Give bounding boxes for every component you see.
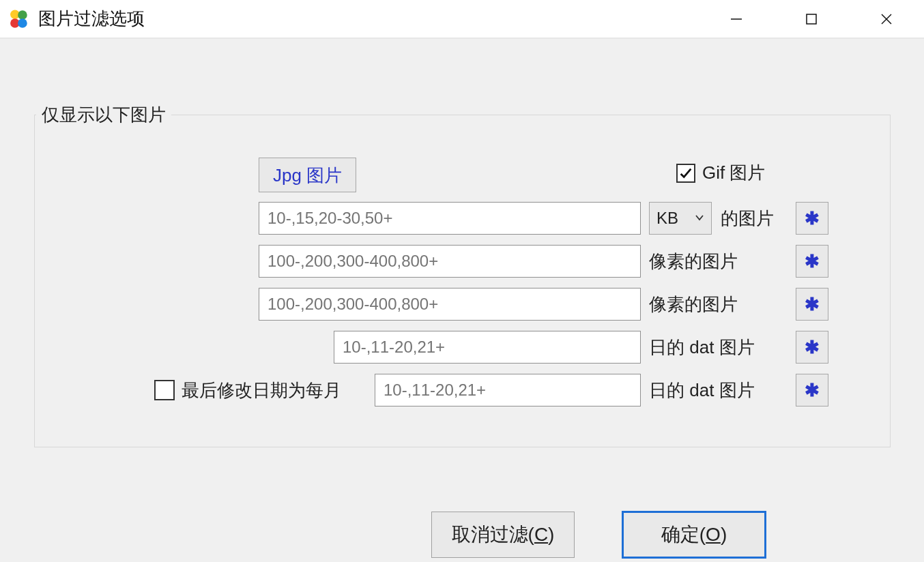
window-controls: [699, 0, 924, 38]
width-input[interactable]: [259, 245, 641, 278]
minimize-button[interactable]: [699, 0, 774, 38]
day1-help-button[interactable]: ✱: [796, 331, 828, 364]
groupbox-legend: 仅显示以下图片: [36, 103, 171, 127]
width-suffix-label: 像素的图片: [649, 250, 738, 273]
row-height: 像素的图片 ✱: [35, 288, 890, 321]
jpg-toggle-label: Jpg 图片: [273, 165, 342, 186]
row-day1: 日的 dat 图片 ✱: [35, 331, 890, 364]
lastmod-checkbox-box: [154, 380, 175, 400]
cancel-button[interactable]: 取消过滤(C): [431, 512, 575, 558]
day1-input[interactable]: [334, 331, 641, 364]
svg-point-3: [18, 18, 27, 28]
asterisk-icon: ✱: [805, 208, 820, 229]
height-input[interactable]: [259, 288, 641, 321]
size-suffix-label: 的图片: [721, 207, 774, 231]
height-help-button[interactable]: ✱: [796, 288, 828, 321]
size-unit-value: KB: [656, 209, 678, 228]
lastmod-checkbox-label: 最后修改日期为每月: [182, 379, 341, 402]
close-button[interactable]: [849, 0, 924, 38]
window-title: 图片过滤选项: [38, 7, 145, 31]
size-help-button[interactable]: ✱: [796, 202, 828, 235]
app-logo-icon: [7, 8, 30, 31]
maximize-button[interactable]: [774, 0, 849, 38]
ok-button-label: 确定(O): [661, 522, 727, 548]
svg-point-1: [18, 10, 27, 20]
gif-checkbox-label: Gif 图片: [702, 161, 765, 185]
height-suffix-label: 像素的图片: [649, 293, 738, 316]
width-help-button[interactable]: ✱: [796, 245, 828, 278]
asterisk-icon: ✱: [805, 251, 820, 272]
titlebar: 图片过滤选项: [0, 0, 924, 38]
cancel-button-label: 取消过滤(C): [452, 522, 555, 548]
day2-suffix-label: 日的 dat 图片: [649, 379, 755, 402]
day2-help-button[interactable]: ✱: [796, 374, 828, 406]
day2-input[interactable]: [375, 374, 641, 406]
asterisk-icon: ✱: [805, 380, 820, 401]
asterisk-icon: ✱: [805, 337, 820, 358]
size-unit-select[interactable]: KB: [649, 202, 712, 235]
dialog-buttons: 取消过滤(C) 确定(O): [0, 512, 924, 559]
day1-suffix-label: 日的 dat 图片: [649, 336, 755, 359]
gif-checkbox-box: [676, 164, 695, 183]
asterisk-icon: ✱: [805, 294, 820, 315]
lastmod-checkbox[interactable]: 最后修改日期为每月: [154, 379, 341, 402]
jpg-toggle-button[interactable]: Jpg 图片: [259, 158, 356, 192]
row-day2: 最后修改日期为每月 日的 dat 图片 ✱: [35, 374, 890, 406]
content-area: 仅显示以下图片 Jpg 图片 Gif 图片 KB: [0, 38, 924, 562]
ok-button[interactable]: 确定(O): [622, 512, 766, 558]
svg-rect-5: [807, 14, 816, 24]
row-width: 像素的图片 ✱: [35, 245, 890, 278]
gif-checkbox[interactable]: Gif 图片: [676, 161, 765, 185]
size-input[interactable]: [259, 202, 641, 235]
row-size: KB 的图片 ✱: [35, 202, 890, 235]
filter-groupbox: 仅显示以下图片 Jpg 图片 Gif 图片 KB: [34, 103, 891, 447]
chevron-down-icon: [695, 211, 704, 226]
